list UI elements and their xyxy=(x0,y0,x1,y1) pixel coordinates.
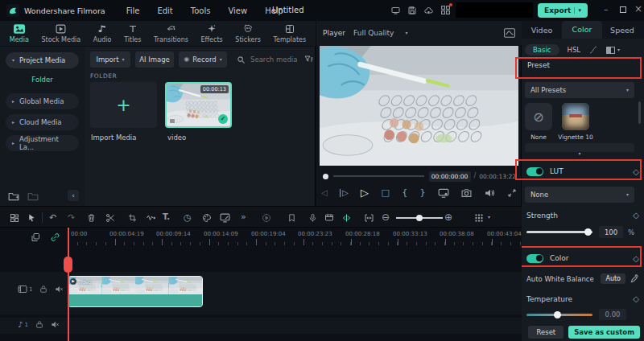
timeline-zoom-slider[interactable] xyxy=(396,217,443,219)
import-dropdown[interactable]: Import ▾ xyxy=(90,51,130,68)
new-folder-icon[interactable] xyxy=(8,191,19,201)
temperature-value-box[interactable]: 0.00 xyxy=(599,309,626,320)
render-preview-icon[interactable] xyxy=(324,213,334,223)
redo-button[interactable]: ↷ xyxy=(68,213,75,222)
crop-icon[interactable] xyxy=(128,213,137,223)
save-as-custom-button[interactable]: Save as custom xyxy=(568,326,640,339)
record-dropdown[interactable]: ◉ Record ▾ xyxy=(179,51,227,68)
ai-image-button[interactable]: AI Image xyxy=(135,51,174,68)
voiceover-mic-icon[interactable] xyxy=(308,213,317,223)
volume-icon[interactable] xyxy=(485,188,495,198)
scopes-icon[interactable] xyxy=(504,28,515,38)
sidebar-item-adjustment-layer[interactable]: ▸ Adjustment La... xyxy=(6,135,79,151)
preset-none-tile[interactable]: ⊘ xyxy=(525,103,552,130)
timeline-ruler[interactable]: 00:00 00:00:04:19 00:00:09:14 00:00:14:0… xyxy=(68,228,522,249)
eyedropper-icon[interactable] xyxy=(630,274,639,283)
speed-clock-button[interactable]: ◷ xyxy=(184,213,192,222)
awb-auto-button[interactable]: Auto xyxy=(601,273,625,284)
tab-templates[interactable]: Templates xyxy=(274,24,307,43)
play-button[interactable]: ▷ xyxy=(361,187,369,199)
track-manager-caret[interactable]: ▾ xyxy=(488,215,490,220)
link-clips-icon[interactable] xyxy=(50,232,60,242)
search-input[interactable] xyxy=(249,55,299,64)
lock-track-icon[interactable] xyxy=(39,285,47,294)
edit-range-icon[interactable] xyxy=(364,213,374,223)
playhead-handle[interactable] xyxy=(64,257,72,273)
undo-button[interactable]: ↶ xyxy=(49,213,56,222)
sidebar-item-cloud-media[interactable]: ▸ Cloud Media xyxy=(6,114,79,130)
snapshot-camera-icon[interactable] xyxy=(461,188,472,198)
select-tool-icon[interactable] xyxy=(27,213,36,223)
menu-tools[interactable]: Tools xyxy=(191,6,211,15)
strength-slider[interactable] xyxy=(526,231,592,233)
quality-dropdown[interactable]: Full Quality ▾ xyxy=(353,29,407,37)
video-clip-tile[interactable]: 00:00:13 ✓ xyxy=(165,82,232,128)
tab-stock-media[interactable]: Stock Media xyxy=(41,24,80,43)
scrubber-playhead[interactable] xyxy=(323,174,328,179)
preview-viewport[interactable] xyxy=(320,46,518,166)
step-forward-button[interactable]: ▷ xyxy=(340,189,349,197)
temperature-slider[interactable] xyxy=(526,314,592,316)
strength-slider-knob[interactable] xyxy=(584,228,592,236)
marker-icon[interactable] xyxy=(287,213,296,223)
temperature-keyframe-icon[interactable]: ◇ xyxy=(633,294,639,303)
color-toggle[interactable] xyxy=(526,254,543,263)
track-manager-icon[interactable] xyxy=(474,213,484,223)
menu-view[interactable]: View xyxy=(228,6,247,15)
mark-in-button[interactable]: { xyxy=(402,188,407,197)
all-presets-dropdown[interactable]: All Presets ▾ xyxy=(525,82,634,98)
playhead-line[interactable] xyxy=(68,228,69,341)
strength-keyframe-icon[interactable]: ◇ xyxy=(633,211,639,220)
more-tools-button[interactable]: » xyxy=(241,212,246,221)
audio-stretch-icon[interactable] xyxy=(146,213,156,223)
tab-video[interactable]: Video xyxy=(522,26,562,35)
color-palette-icon[interactable] xyxy=(202,213,212,223)
previous-frame-button[interactable]: ◁ xyxy=(321,189,328,197)
screen-record-icon[interactable] xyxy=(390,6,401,15)
mute-track-icon[interactable] xyxy=(55,285,64,294)
mark-out-button[interactable]: } xyxy=(420,188,426,197)
strength-value-box[interactable]: 100 xyxy=(599,226,623,238)
subtab-hsl[interactable]: HSL xyxy=(568,46,581,54)
fullscreen-icon[interactable] xyxy=(507,188,517,198)
play-preview-icon[interactable] xyxy=(262,213,271,223)
preset-vignette-tile[interactable] xyxy=(562,103,589,130)
mirror-display-icon[interactable] xyxy=(438,188,449,198)
sidebar-item-global-media[interactable]: ▸ Global Media xyxy=(6,93,79,109)
stop-button[interactable]: □ xyxy=(381,188,389,197)
scrubber-track[interactable] xyxy=(333,175,424,177)
subtab-basic[interactable]: Basic xyxy=(525,44,559,55)
apps-grid-icon[interactable] xyxy=(440,5,451,15)
export-button[interactable]: Export ▾ xyxy=(538,3,588,18)
save-icon[interactable] xyxy=(407,6,417,15)
mute-track-icon[interactable] xyxy=(51,320,60,329)
menu-edit[interactable]: Edit xyxy=(157,6,172,15)
lut-keyframe-icon[interactable]: ◇ xyxy=(633,167,639,176)
filter-icon[interactable] xyxy=(303,55,314,64)
window-restore-button[interactable] xyxy=(620,6,626,13)
temperature-slider-knob[interactable] xyxy=(554,311,561,318)
auto-ripple-icon[interactable] xyxy=(341,213,352,223)
compare-view-dropdown[interactable]: ▾ xyxy=(606,47,620,54)
presets-scrollbar[interactable] xyxy=(638,101,641,124)
folder-heading[interactable]: Folder xyxy=(0,76,85,84)
tab-color[interactable]: Color xyxy=(562,21,602,39)
folder-icon[interactable] xyxy=(27,191,39,201)
lock-track-icon[interactable] xyxy=(35,320,43,329)
split-scissors-icon[interactable] xyxy=(105,213,115,223)
tab-effects[interactable]: Effects xyxy=(201,24,223,43)
screen-draw-icon[interactable] xyxy=(220,213,230,223)
curves-icon[interactable] xyxy=(588,45,598,55)
search-box[interactable] xyxy=(237,55,299,64)
tab-stickers[interactable]: Stickers xyxy=(235,24,261,43)
lut-dropdown[interactable]: None ▾ xyxy=(525,187,634,203)
add-text-button[interactable]: T. xyxy=(163,213,170,221)
expand-presets-button[interactable]: ▾ xyxy=(525,143,634,152)
sidebar-item-project-media[interactable]: ▾ Project Media xyxy=(6,52,79,68)
timeline-video-clip[interactable]: ▶ video xyxy=(68,276,203,307)
tab-titles[interactable]: Titles xyxy=(124,24,141,43)
tab-speed[interactable]: Speed xyxy=(602,26,642,35)
collapse-sidebar-button[interactable]: ‹ xyxy=(68,190,79,201)
tab-audio[interactable]: Audio xyxy=(93,24,112,43)
import-media-tile[interactable]: + xyxy=(90,82,157,128)
